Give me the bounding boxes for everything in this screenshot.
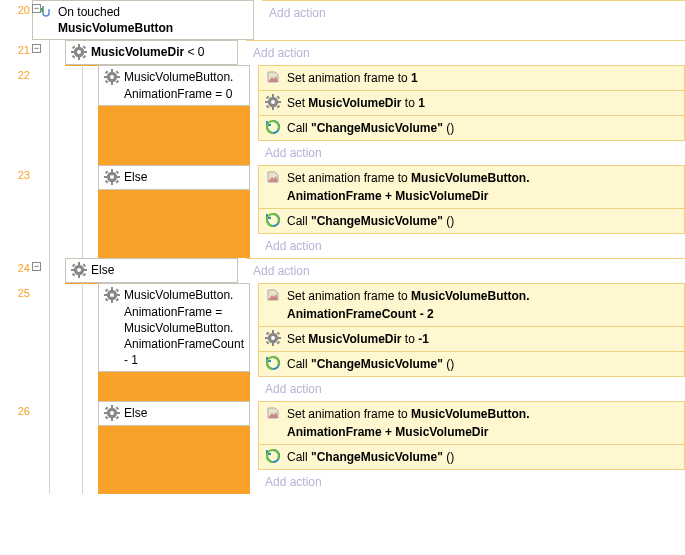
action-row[interactable]: Call "ChangeMusicVolume" () xyxy=(258,445,685,470)
line-number: 24− xyxy=(0,258,32,283)
action-text: Set animation frame to MusicVolumeButton… xyxy=(287,169,530,205)
event-row[interactable]: 21−MusicVolumeDir < 0Add action xyxy=(0,40,685,65)
action-text: Set animation frame to MusicVolumeButton… xyxy=(287,287,530,323)
add-action-link[interactable]: Add action xyxy=(262,1,685,25)
condition-block[interactable]: MusicVolumeButton.AnimationFrame = Music… xyxy=(98,283,250,372)
line-number: 25 xyxy=(0,283,32,401)
action-row[interactable]: Call "ChangeMusicVolume" () xyxy=(258,352,685,377)
anim-icon xyxy=(265,405,281,421)
actions-column: Set animation frame to MusicVolumeButton… xyxy=(258,283,685,401)
selection-fill xyxy=(98,426,250,495)
indent-guide xyxy=(32,65,65,165)
action-text: Call "ChangeMusicVolume" () xyxy=(287,355,454,373)
actions-column: Add action xyxy=(246,40,685,65)
action-row[interactable]: Set animation frame to MusicVolumeButton… xyxy=(258,284,685,327)
event-row[interactable]: 25MusicVolumeButton.AnimationFrame = Mus… xyxy=(0,283,685,401)
anim-icon xyxy=(265,169,281,185)
line-number: 26 xyxy=(0,401,32,494)
event-row[interactable]: 22MusicVolumeButton.AnimationFrame = 0Se… xyxy=(0,65,685,165)
indent-guide xyxy=(65,401,98,494)
action-text: Set animation frame to MusicVolumeButton… xyxy=(287,405,530,441)
condition-text: MusicVolumeButton.AnimationFrame = 0 xyxy=(124,69,233,101)
add-action-link[interactable]: Add action xyxy=(258,141,685,165)
actions-column: Set animation frame to MusicVolumeButton… xyxy=(258,401,685,494)
call-icon xyxy=(265,212,281,228)
gear-icon xyxy=(71,44,87,60)
call-icon xyxy=(265,119,281,135)
action-row[interactable]: Set animation frame to MusicVolumeButton… xyxy=(258,166,685,209)
gear-icon xyxy=(265,330,281,346)
condition-text: MusicVolumeDir < 0 xyxy=(91,44,205,60)
gear-icon xyxy=(104,69,120,85)
condition-block[interactable]: Else xyxy=(65,258,238,282)
line-number: 23 xyxy=(0,165,32,258)
call-icon xyxy=(265,355,281,371)
action-text: Call "ChangeMusicVolume" () xyxy=(287,119,454,137)
gear-icon xyxy=(265,94,281,110)
condition-text: Else xyxy=(124,405,147,421)
line-number: 22 xyxy=(0,65,32,165)
add-action-link[interactable]: Add action xyxy=(258,377,685,401)
action-row[interactable]: Set animation frame to 1 xyxy=(258,66,685,91)
action-row[interactable]: Call "ChangeMusicVolume" () xyxy=(258,116,685,141)
condition-block[interactable]: MusicVolumeDir < 0 xyxy=(65,40,238,64)
indent-guide xyxy=(32,401,65,494)
condition-text: On touchedMusicVolumeButton xyxy=(58,4,173,36)
gear-icon xyxy=(71,262,87,278)
action-row[interactable]: Set MusicVolumeDir to 1 xyxy=(258,91,685,116)
actions-column: Add action xyxy=(262,0,685,40)
action-text: Set MusicVolumeDir to -1 xyxy=(287,330,429,348)
gear-icon xyxy=(104,287,120,303)
add-action-link[interactable]: Add action xyxy=(246,259,685,283)
indent-guide xyxy=(32,283,65,401)
event-row[interactable]: 20−On touchedMusicVolumeButtonAdd action xyxy=(0,0,685,40)
condition-text: MusicVolumeButton.AnimationFrame = Music… xyxy=(124,287,244,368)
event-row[interactable]: 26ElseSet animation frame to MusicVolume… xyxy=(0,401,685,494)
action-row[interactable]: Set animation frame to MusicVolumeButton… xyxy=(258,402,685,445)
condition-block[interactable]: Else xyxy=(98,165,250,189)
add-action-link[interactable]: Add action xyxy=(246,41,685,65)
gear-icon xyxy=(104,169,120,185)
action-text: Set animation frame to 1 xyxy=(287,69,418,87)
selection-fill xyxy=(98,190,250,259)
actions-column: Add action xyxy=(246,258,685,283)
add-action-link[interactable]: Add action xyxy=(258,470,685,494)
event-row[interactable]: 23ElseSet animation frame to MusicVolume… xyxy=(0,165,685,258)
event-row[interactable]: 24−ElseAdd action xyxy=(0,258,685,283)
action-row[interactable]: Call "ChangeMusicVolume" () xyxy=(258,209,685,234)
collapse-toggle[interactable]: − xyxy=(32,4,41,13)
anim-icon xyxy=(265,69,281,85)
selection-fill xyxy=(98,106,250,166)
condition-block[interactable]: On touchedMusicVolumeButton xyxy=(32,0,254,40)
actions-column: Set animation frame to 1Set MusicVolumeD… xyxy=(258,65,685,165)
collapse-toggle[interactable]: − xyxy=(32,44,41,53)
condition-block[interactable]: Else xyxy=(98,401,250,425)
action-row[interactable]: Set MusicVolumeDir to -1 xyxy=(258,327,685,352)
selection-fill xyxy=(98,372,250,401)
condition-text: Else xyxy=(124,169,147,185)
indent-guide xyxy=(65,165,98,258)
add-action-link[interactable]: Add action xyxy=(258,234,685,258)
collapse-toggle[interactable]: − xyxy=(32,262,41,271)
line-number: 20− xyxy=(0,0,32,40)
call-icon xyxy=(265,448,281,464)
anim-icon xyxy=(265,287,281,303)
line-number: 21− xyxy=(0,40,32,65)
actions-column: Set animation frame to MusicVolumeButton… xyxy=(258,165,685,258)
indent-guide xyxy=(32,165,65,258)
action-text: Call "ChangeMusicVolume" () xyxy=(287,448,454,466)
indent-guide xyxy=(65,65,98,165)
condition-text: Else xyxy=(91,262,114,278)
indent-guide xyxy=(65,283,98,401)
condition-block[interactable]: MusicVolumeButton.AnimationFrame = 0 xyxy=(98,65,250,105)
action-text: Call "ChangeMusicVolume" () xyxy=(287,212,454,230)
gear-icon xyxy=(104,405,120,421)
action-text: Set MusicVolumeDir to 1 xyxy=(287,94,425,112)
